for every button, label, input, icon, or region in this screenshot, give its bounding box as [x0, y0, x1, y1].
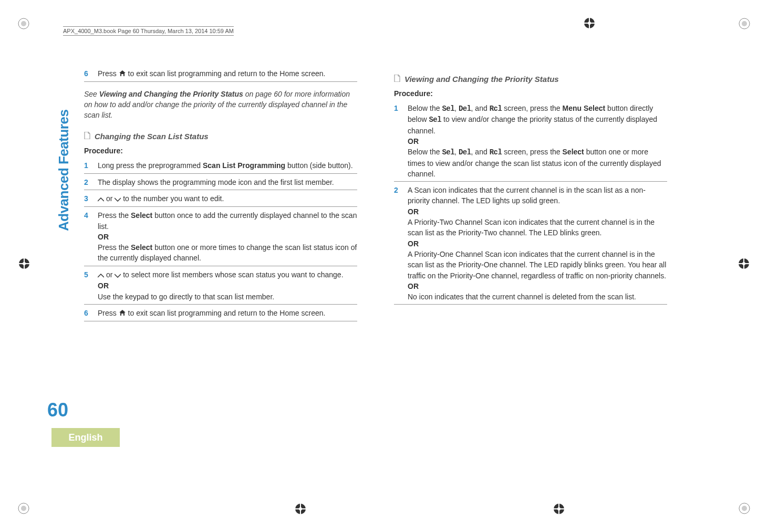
step-5: 5 or to select more list members whose s…: [84, 269, 357, 305]
text: Use the keypad to go directly to that sc…: [98, 293, 274, 301]
procedure-label: Procedure:: [394, 88, 667, 99]
text-bold: Select: [131, 211, 152, 220]
text: A Priority-Two Channel Scan icon indicat…: [408, 218, 655, 237]
or-label: OR: [408, 207, 419, 216]
step-number: 5: [84, 269, 91, 302]
or-label: OR: [408, 137, 419, 145]
or-label: OR: [408, 282, 419, 290]
language-tab: English: [51, 428, 120, 447]
text: Press: [98, 309, 119, 317]
text: button (side button).: [285, 161, 352, 170]
step-body: A Scan icon indicates that the current c…: [408, 185, 667, 302]
subheading: Viewing and Changing the Priority Status: [404, 74, 559, 85]
step-body: Below the Sel, Del, and Rcl screen, pres…: [408, 103, 667, 179]
menu-del: Del: [459, 105, 471, 113]
text: No icon indicates that the current chann…: [408, 293, 636, 301]
crosshair-icon: [293, 502, 308, 516]
running-head: APX_4000_M3.book Page 60 Thursday, March…: [63, 26, 234, 36]
down-arrow-icon: [115, 270, 121, 280]
svg-point-5: [21, 506, 26, 511]
text: , and: [471, 104, 490, 112]
home-icon: [119, 69, 126, 79]
menu-sel: Sel: [442, 105, 454, 113]
svg-point-1: [21, 21, 26, 26]
text: Press the: [98, 211, 131, 220]
step-body: or to the number you want to edit.: [98, 193, 357, 204]
menu-rcl: Rcl: [490, 148, 502, 157]
printer-mark-icon: [15, 499, 33, 517]
printer-mark-icon: [735, 499, 753, 517]
page-number: 60: [47, 399, 68, 421]
step-number: 3: [84, 193, 91, 204]
step-1: 1 Long press the preprogrammed Scan List…: [84, 160, 357, 173]
step-body: Press the Select button once to add the …: [98, 210, 357, 263]
text: , and: [471, 148, 490, 156]
printer-mark-icon: [15, 15, 33, 33]
right-column: Viewing and Changing the Priority Status…: [394, 68, 667, 325]
step-number: 1: [394, 103, 401, 179]
step-number: 1: [84, 160, 91, 171]
step-number: 6: [84, 68, 91, 79]
step-3: 3 or to the number you want to edit.: [84, 193, 357, 207]
step-2-right: 2 A Scan icon indicates that the current…: [394, 185, 667, 305]
cross-reference-note: See Viewing and Changing the Priority St…: [84, 89, 357, 120]
up-arrow-icon: [98, 194, 104, 204]
step-body: or to select more list members whose sca…: [98, 269, 357, 302]
or-label: OR: [98, 281, 109, 290]
svg-point-11: [23, 262, 26, 265]
subheading: Changing the Scan List Status: [95, 131, 209, 142]
text: to select more list members whose scan s…: [123, 270, 343, 279]
text: A Scan icon indicates that the current c…: [408, 186, 646, 205]
text: Press: [98, 69, 119, 78]
subheading-row: Viewing and Changing the Priority Status: [394, 74, 667, 85]
step-number: 6: [84, 308, 91, 319]
svg-point-27: [557, 507, 561, 510]
text-bold: Select: [131, 243, 152, 252]
svg-point-19: [588, 22, 591, 25]
menu-sel: Sel: [442, 148, 454, 157]
text-bold: Select: [563, 148, 584, 156]
sidebar-section-label: Advanced Features: [56, 110, 72, 231]
text: screen, press the: [502, 148, 562, 156]
text: Press the: [98, 243, 131, 252]
text: screen, press the: [502, 104, 562, 112]
svg-point-15: [742, 262, 745, 265]
text: Long press the preprogrammed: [98, 161, 203, 170]
down-arrow-icon: [115, 194, 121, 204]
menu-sel: Sel: [429, 116, 441, 124]
step-2: 2 The display shows the programming mode…: [84, 177, 357, 190]
text: ,: [454, 104, 459, 112]
text: Below the: [408, 148, 442, 156]
home-icon: [119, 308, 126, 319]
text: See: [84, 90, 99, 98]
step-body: Press to exit scan list programming and …: [98, 308, 357, 319]
left-column: 6 Press to exit scan list programming an…: [84, 68, 357, 325]
printer-mark-icon: [735, 15, 753, 33]
text: to the number you want to edit.: [123, 194, 224, 203]
menu-del: Del: [459, 148, 471, 157]
or-label: OR: [98, 233, 109, 241]
crosshair-icon: [552, 502, 566, 516]
crosshair-icon: [736, 256, 751, 271]
svg-point-7: [742, 506, 747, 511]
text: or: [106, 194, 115, 203]
subheading-row: Changing the Scan List Status: [84, 131, 357, 142]
step-body: The display shows the programming mode i…: [98, 177, 357, 187]
svg-point-3: [742, 21, 747, 26]
step-1-right: 1 Below the Sel, Del, and Rcl screen, pr…: [394, 103, 667, 182]
text-bold: Viewing and Changing the Priority Status: [99, 90, 243, 98]
step-6: 6 Press to exit scan list programming an…: [84, 308, 357, 321]
text-bold: Menu Select: [563, 104, 606, 112]
text: ,: [454, 148, 459, 156]
procedure-label: Procedure:: [84, 145, 357, 156]
crosshair-icon: [17, 256, 32, 271]
text: to exit scan list programming and return…: [128, 69, 326, 78]
svg-point-23: [299, 507, 302, 510]
or-label: OR: [408, 239, 419, 248]
step-4: 4 Press the Select button once to add th…: [84, 210, 357, 266]
text: Below the: [408, 104, 442, 112]
text: A Priority-One Channel Scan icon indicat…: [408, 250, 666, 280]
step-body: Press to exit scan list programming and …: [98, 68, 357, 79]
step-number: 2: [394, 185, 401, 302]
menu-rcl: Rcl: [490, 105, 502, 113]
